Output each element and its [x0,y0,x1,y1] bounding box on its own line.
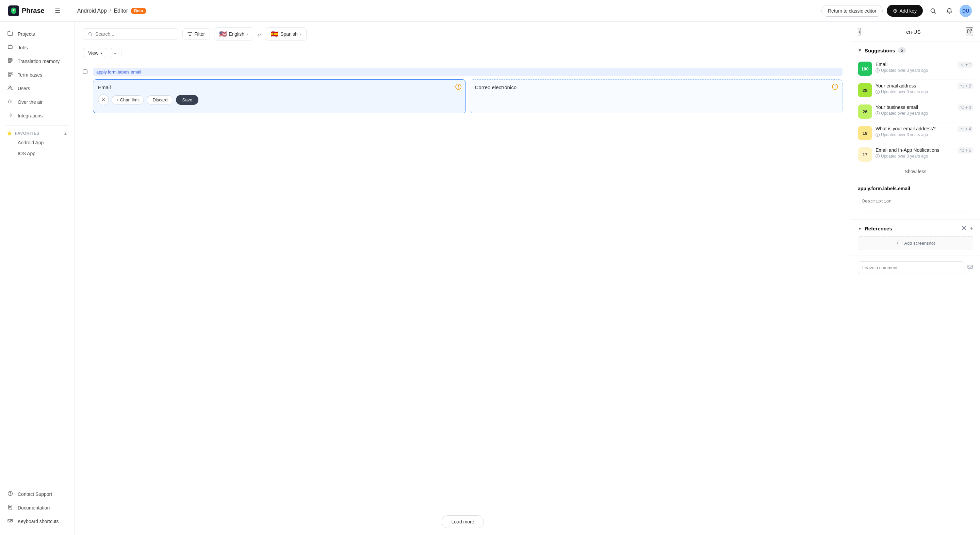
favorites-label: Favorites [15,131,40,136]
score-badge-1: 100 [858,62,872,76]
more-options-button[interactable]: ··· [110,48,121,58]
term-bases-icon [7,72,14,78]
add-key-button[interactable]: ⊕ Add key [887,5,923,17]
add-screenshot-button[interactable]: + + Add screenshot [858,236,973,250]
load-more-area: Load more [75,508,851,535]
sidebar-item-translation-memory[interactable]: Translation memory [0,54,75,68]
sidebar-label-jobs: Jobs [18,45,28,50]
keyboard-shortcuts-label: Keyboard shortcuts [18,519,59,524]
panel-link-button[interactable] [966,27,973,36]
svg-rect-21 [9,521,11,522]
svg-point-44 [877,155,878,156]
sidebar-label-users: Users [18,86,30,91]
sidebar-item-contact-support[interactable]: Contact Support [0,487,75,501]
breadcrumb-page[interactable]: Editor [114,8,128,14]
show-less-area: Show less [858,165,973,175]
notifications-button[interactable] [943,5,956,17]
svg-rect-10 [8,74,12,75]
sidebar-bottom: Contact Support Documentation Keyboard s… [0,483,75,535]
target-warning-icon [832,84,838,91]
toolbar: Filter 🇺🇸 English ▾ ⇄ 🇪🇸 Spanish ▾ [75,22,851,45]
suggestions-count: 5 [898,47,906,53]
swap-languages-icon[interactable]: ⇄ [257,31,262,37]
sidebar-item-keyboard-shortcuts[interactable]: Keyboard shortcuts [0,514,75,528]
row-checkbox[interactable] [83,69,88,74]
breadcrumb-separator: / [110,8,111,14]
load-more-button[interactable]: Load more [442,515,484,528]
android-app-label: Android App [18,140,43,145]
source-language-selector[interactable]: 🇺🇸 English ▾ [214,27,253,41]
sidebar-item-users[interactable]: Users [0,82,75,95]
chevron-down-suggestions-icon: ▼ [858,48,862,53]
suggestion-item-3[interactable]: 26 Your business email Updated over 3 ye… [858,101,973,123]
suggestions-header[interactable]: ▼ Suggestions 5 [858,47,973,53]
sidebar-item-ios-app[interactable]: IOS App [7,148,75,159]
suggestion-meta-4: Updated over 3 years ago [875,132,936,137]
panel-back-button[interactable]: ‹ [858,28,861,35]
logo[interactable]: Phrase [8,5,45,16]
score-badge-3: 26 [858,105,872,119]
suggestion-shortcut-3: ⌥ + 3 [958,105,973,111]
sidebar-item-integrations[interactable]: Integrations [0,109,75,123]
contact-support-label: Contact Support [18,492,52,497]
suggestion-meta-5: Updated over 3 years ago [875,154,940,159]
comment-send-button[interactable] [967,264,973,272]
suggestion-item-5[interactable]: 17 Email and In-App Notifications Update… [858,144,973,165]
suggestion-text-2: Your email address [875,83,928,89]
target-text[interactable]: Correo electrónico [475,84,838,90]
panel-locale: en-US [906,29,921,35]
sidebar-item-over-the-air[interactable]: Over the air [0,95,75,109]
view-label: View [88,50,98,56]
suggestion-text-5: Email and In-App Notifications [875,147,940,153]
discard-button[interactable]: Discard [147,95,173,105]
hamburger-menu[interactable]: ☰ [51,5,64,17]
filter-button[interactable]: Filter [182,28,210,40]
search-button[interactable] [927,5,939,17]
save-button[interactable]: Save [176,95,198,105]
search-input[interactable] [95,31,173,37]
char-limit-button[interactable]: + Char. limit [111,95,144,105]
sidebar-item-jobs[interactable]: Jobs [0,41,75,54]
user-avatar[interactable]: DU [959,5,972,17]
svg-rect-6 [8,59,12,60]
sidebar-item-term-bases[interactable]: Term bases [0,68,75,82]
target-language-selector[interactable]: 🇪🇸 Spanish ▾ [266,27,307,41]
source-lang-chevron: ▾ [247,32,248,36]
search-box[interactable] [83,28,178,40]
suggestion-item-4[interactable]: 19 What is your email address? Updated o… [858,123,973,144]
sidebar-label-integrations: Integrations [18,113,43,118]
sidebar-nav: Projects Jobs Translation memory Term ba… [0,22,75,483]
search-icon [88,32,92,37]
score-badge-4: 19 [858,126,872,140]
description-input[interactable] [858,195,973,212]
score-badge-5: 17 [858,147,872,162]
right-panel: ‹ en-US ▼ Suggestions 5 100 Email [851,22,980,535]
return-to-classic-button[interactable]: Return to classic editor [821,5,883,17]
close-cell-button[interactable]: ✕ [98,94,109,105]
suggestion-item-1[interactable]: 100 Email Updated over 3 years ago ⌥ + 1 [858,58,973,80]
suggestion-left-3: 26 Your business email Updated over 3 ye… [858,105,928,119]
svg-point-38 [877,112,878,113]
sidebar-item-documentation[interactable]: Documentation [0,501,75,514]
suggestion-details-2: Your email address Updated over 3 years … [875,83,928,94]
sidebar-item-projects[interactable]: Projects [0,27,75,41]
key-label[interactable]: apply.form.labels.email [93,68,843,76]
plus-circle-icon: ⊕ [893,8,897,14]
suggestion-item-2[interactable]: 28 Your email address Updated over 3 yea… [858,80,973,101]
info-icon [875,68,880,73]
chevron-up-icon: ▲ [64,131,68,136]
references-add-button[interactable]: + [969,225,973,232]
cell-actions: ✕ + Char. limit Discard Save [98,94,461,105]
comment-input-row [858,261,973,274]
breadcrumb-project[interactable]: Android App [77,8,107,14]
sidebar: Projects Jobs Translation memory Term ba… [0,22,75,535]
view-button[interactable]: View ▾ [83,48,107,58]
show-less-button[interactable]: Show less [905,169,927,174]
favorites-section[interactable]: ⭐ Favorites ▲ [0,128,75,137]
comment-input[interactable] [858,261,964,274]
svg-point-29 [835,88,835,89]
references-settings-button[interactable] [961,225,967,232]
suggestion-text-3: Your business email [875,105,928,110]
sidebar-item-android-app[interactable]: Android App [7,137,75,148]
doc-icon [7,505,14,511]
